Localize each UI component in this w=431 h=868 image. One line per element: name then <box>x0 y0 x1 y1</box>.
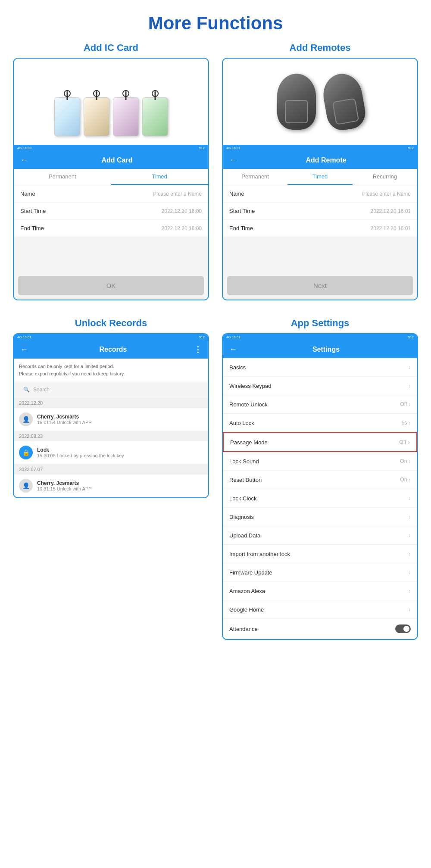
settings-pm-value: Off › <box>400 439 410 446</box>
date-group-2: 2022.08.23 <box>14 431 208 441</box>
settings-ls-value: On › <box>400 458 411 465</box>
field-start-remote[interactable]: Start Time 2022.12.20 16:01 <box>223 203 417 220</box>
field-end-ic[interactable]: End Time 2022.12.20 16:00 <box>14 220 208 237</box>
settings-auto-lock[interactable]: Auto Lock 5s › <box>223 414 417 432</box>
add-remote-titlebar: ← Add Remote <box>223 151 417 169</box>
settings-remote-unlock[interactable]: Remote Unlock Off › <box>223 395 417 414</box>
settings-firmware[interactable]: Firmware Update › <box>223 563 417 582</box>
chevron-ls: › <box>409 458 411 465</box>
add-ic-phone-frame: 4G 16:00 512 ← Add Card Permanent Timed … <box>13 58 209 300</box>
field-start-label-remote: Start Time <box>229 208 255 214</box>
section-add-ic-card: Add IC Card 4G 16:00 512 ← Add Card Perm… <box>13 42 209 300</box>
settings-upload-data[interactable]: Upload Data › <box>223 526 417 545</box>
tab-recurring-remote[interactable]: Recurring <box>353 169 417 185</box>
settings-wireless-keypad[interactable]: Wireless Keypad › <box>223 377 417 395</box>
status-bar-remote: 4G 16:01 512 <box>223 145 417 151</box>
date-group-1: 2022.12.20 <box>14 398 208 408</box>
record-detail-1: 16:01:54 Unlock with APP <box>37 420 92 425</box>
remote-key-1 <box>277 74 316 130</box>
records-phone-frame: 4G 16:01 512 ← Records ⋮ Records can be … <box>13 333 209 498</box>
field-name-label-remote: Name <box>229 190 244 197</box>
field-start-value-remote: 2022.12.20 16:01 <box>371 208 411 214</box>
settings-ls-label: Lock Sound <box>229 458 259 465</box>
chevron-ud: › <box>409 532 411 539</box>
field-end-value-ic: 2022.12.20 16:00 <box>162 225 202 231</box>
add-card-title: Add Card <box>32 156 202 164</box>
settings-gh-label: Google Home <box>229 606 264 613</box>
section-add-ic-label: Add IC Card <box>13 42 209 53</box>
settings-amazon-alexa[interactable]: Amazon Alexa › <box>223 582 417 600</box>
records-notice: Records can be only kept for a limited p… <box>14 359 208 381</box>
section-settings-label: App Settings <box>222 318 418 329</box>
remotes-image <box>223 59 417 145</box>
field-name-ic[interactable]: Name Please enter a Name <box>14 185 208 203</box>
settings-il-label: Import from another lock <box>229 551 290 557</box>
ic-card-1 <box>54 97 80 136</box>
settings-titlebar: ← Settings <box>223 340 417 358</box>
settings-reset-button[interactable]: Reset Button On › <box>223 471 417 489</box>
avatar-2: 🔒 <box>19 446 33 459</box>
back-arrow-remote[interactable]: ← <box>229 156 237 165</box>
add-remote-tabs[interactable]: Permanent Timed Recurring <box>223 169 417 185</box>
attendance-toggle[interactable] <box>395 624 411 633</box>
status-right-records: 512 <box>199 335 205 339</box>
avatar-1: 👤 <box>19 412 33 426</box>
add-remote-phone-frame: 4G 16:01 512 ← Add Remote Permanent Time… <box>222 58 418 300</box>
settings-lock-sound[interactable]: Lock Sound On › <box>223 452 417 471</box>
settings-diagnosis[interactable]: Diagnosis › <box>223 508 417 526</box>
tab-permanent-remote[interactable]: Permanent <box>223 169 287 185</box>
settings-lc-value: › <box>409 495 411 502</box>
ok-button-ic[interactable]: OK <box>18 276 204 295</box>
record-detail-3: 10:31:15 Unlock with APP <box>37 486 92 491</box>
settings-google-home[interactable]: Google Home › <box>223 600 417 619</box>
back-arrow-records[interactable]: ← <box>20 345 28 354</box>
chevron-fw: › <box>409 569 411 576</box>
record-info-2: Lock 15:30:08 Locked by pressing the loc… <box>37 447 124 458</box>
settings-basics[interactable]: Basics › <box>223 358 417 377</box>
settings-diag-value: › <box>409 513 411 520</box>
back-arrow-ic[interactable]: ← <box>20 156 28 165</box>
field-end-remote[interactable]: End Time 2022.12.20 16:01 <box>223 220 417 237</box>
status-bar-settings: 4G 16:01 512 <box>223 334 417 340</box>
settings-lc-label: Lock Clock <box>229 495 257 502</box>
search-icon: 🔍 <box>23 387 30 393</box>
record-item-1: 👤 Cherry. Jcsmarts 16:01:54 Unlock with … <box>14 408 208 431</box>
next-button-remote[interactable]: Next <box>227 276 413 295</box>
ic-card-2 <box>84 97 109 136</box>
records-title: Records <box>32 346 194 353</box>
settings-basics-value: › <box>409 364 411 371</box>
tab-permanent-ic[interactable]: Permanent <box>14 169 111 185</box>
settings-import-lock[interactable]: Import from another lock › <box>223 545 417 563</box>
chevron-al: › <box>409 419 411 426</box>
settings-passage-mode[interactable]: Passage Mode Off › <box>223 432 417 452</box>
field-start-ic[interactable]: Start Time 2022.12.20 16:00 <box>14 203 208 220</box>
add-card-tabs[interactable]: Permanent Timed <box>14 169 208 185</box>
settings-ud-label: Upload Data <box>229 532 260 539</box>
record-item-3: 👤 Cherry. Jcsmarts 10:31:15 Unlock with … <box>14 475 208 497</box>
date-group-3: 2022.07.07 <box>14 464 208 475</box>
settings-lock-clock[interactable]: Lock Clock › <box>223 489 417 508</box>
settings-attendance[interactable]: Attendance <box>223 619 417 639</box>
settings-title: Settings <box>241 346 411 353</box>
records-search[interactable]: 🔍 Search <box>18 384 204 396</box>
section-unlock-records: Unlock Records 4G 16:01 512 ← Records ⋮ … <box>13 318 209 640</box>
chevron-wk: › <box>409 382 411 389</box>
settings-diag-label: Diagnosis <box>229 514 254 520</box>
back-arrow-settings[interactable]: ← <box>229 345 237 354</box>
field-name-remote[interactable]: Name Please enter a Name <box>223 185 417 203</box>
field-end-value-remote: 2022.12.20 16:01 <box>371 225 411 231</box>
record-name-1: Cherry. Jcsmarts <box>37 414 92 420</box>
chevron-diag: › <box>409 513 411 520</box>
status-left-ic: 4G 16:00 <box>17 146 31 150</box>
chevron-aa: › <box>409 587 411 594</box>
settings-al-value: 5s › <box>402 419 411 426</box>
chevron-il: › <box>409 550 411 557</box>
field-name-value-remote: Please enter a Name <box>362 191 411 197</box>
tab-timed-ic[interactable]: Timed <box>111 169 209 185</box>
record-info-1: Cherry. Jcsmarts 16:01:54 Unlock with AP… <box>37 414 92 425</box>
records-list: 2022.12.20 👤 Cherry. Jcsmarts 16:01:54 U… <box>14 398 208 497</box>
status-left-settings: 4G 16:01 <box>226 335 240 339</box>
tab-timed-remote[interactable]: Timed <box>287 169 352 185</box>
records-menu-icon[interactable]: ⋮ <box>194 345 202 354</box>
settings-il-value: › <box>409 550 411 557</box>
